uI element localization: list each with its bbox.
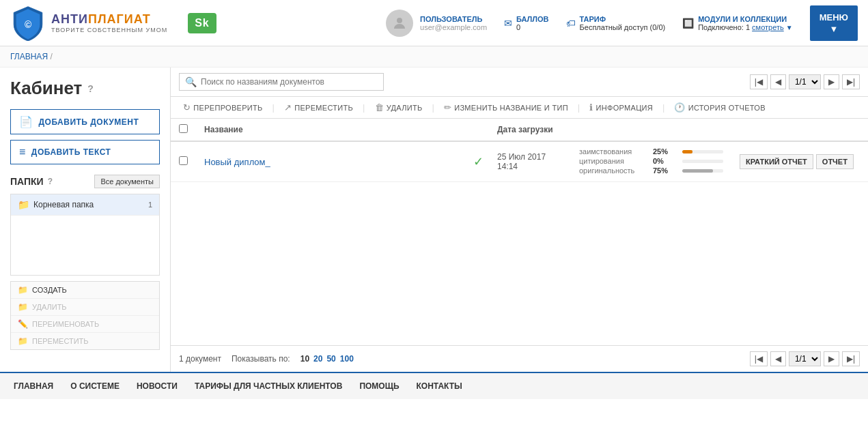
add-document-button[interactable]: 📄 ДОБАВИТЬ ДОКУМЕНТ xyxy=(10,109,160,134)
search-input[interactable] xyxy=(201,77,378,87)
per-page-10[interactable]: 10 xyxy=(300,354,309,364)
folder-name: Корневая папка xyxy=(33,200,144,209)
bottom-bar: 1 документ Показывать по: 10 20 50 100 |… xyxy=(171,345,868,372)
per-page-options: 10 20 50 100 xyxy=(300,354,354,364)
cite-value: 0% xyxy=(653,157,677,165)
bottom-page-prev[interactable]: ◀ xyxy=(770,351,786,366)
modules-label: МОДУЛИ И КОЛЛЕКЦИИ xyxy=(698,15,793,23)
move-icon: ↗ xyxy=(284,102,292,113)
toolbar: 🔍 |◀ ◀ 1/1 ▶ ▶| xyxy=(171,68,868,97)
row-checkbox[interactable] xyxy=(179,156,188,165)
separator4: | xyxy=(578,102,580,113)
header-user-section: ПОЛЬЗОВАТЕЛЬ user@example.com ✉ БАЛЛОВ 0… xyxy=(386,5,858,41)
col-actions-header xyxy=(731,119,868,141)
per-page-20[interactable]: 20 xyxy=(313,354,322,364)
folders-help-icon[interactable]: ? xyxy=(48,177,53,186)
bottom-page-select[interactable]: 1/1 xyxy=(789,351,821,366)
page-prev-button[interactable]: ◀ xyxy=(770,74,786,89)
per-page-100[interactable]: 100 xyxy=(340,354,354,364)
footer-link-home[interactable]: ГЛАВНАЯ xyxy=(14,381,53,391)
page-last-button[interactable]: ▶| xyxy=(842,74,860,89)
modules-section: 🔲 МОДУЛИ И КОЛЛЕКЦИИ Подключено: 1 смотр… xyxy=(682,15,793,31)
folder-action-rename: ✏️ ПЕРЕИМЕНОВАТЬ xyxy=(11,316,159,333)
folder-count: 1 xyxy=(148,201,152,209)
main-container: Кабинет ? 📄 ДОБАВИТЬ ДОКУМЕНТ ≡ ДОБАВИТЬ… xyxy=(0,68,868,372)
short-report-button[interactable]: КРАТКИЙ ОТЧЕТ xyxy=(740,154,813,169)
bottom-page-next[interactable]: ▶ xyxy=(824,351,839,366)
page-first-button[interactable]: |◀ xyxy=(750,74,768,89)
breadcrumb-separator: / xyxy=(50,52,52,61)
sidebar-help-icon[interactable]: ? xyxy=(87,83,94,94)
svg-point-1 xyxy=(397,18,402,23)
orig-stat: оригинальность 75% xyxy=(579,166,723,175)
rename-button[interactable]: ✏ ИЗМЕНИТЬ НАЗВАНИЕ И ТИП xyxy=(440,100,572,115)
delete-folder-icon: 📁 xyxy=(18,302,28,312)
folders-header: ПАПКИ ? Все документы xyxy=(10,175,160,188)
separator5: | xyxy=(662,102,664,113)
logo-text: АНТИПЛАГИАТ ТВОРИТЕ СОБСТВЕННЫМ УМОМ xyxy=(51,12,167,33)
folder-item[interactable]: 📁 Корневая папка 1 xyxy=(11,194,159,216)
folders-section: ПАПКИ ? Все документы 📁 Корневая папка 1… xyxy=(10,175,160,350)
footer-link-contacts[interactable]: КОНТАКТЫ xyxy=(417,381,462,391)
page-next-button[interactable]: ▶ xyxy=(824,74,839,89)
sidebar-title: Кабинет ? xyxy=(10,78,160,99)
cite-bar-container xyxy=(682,160,723,163)
all-docs-button[interactable]: Все документы xyxy=(94,175,160,188)
row-stats-cell: заимствования 25% цитирования 0% xyxy=(571,141,731,182)
add-text-button[interactable]: ≡ ДОБАВИТЬ ТЕКСТ xyxy=(10,140,160,164)
recheck-button[interactable]: ↻ ПЕРЕПРОВЕРИТЬ xyxy=(179,100,267,115)
full-report-button[interactable]: ОТЧЕТ xyxy=(816,154,854,169)
status-ok-icon: ✓ xyxy=(473,155,484,168)
points-section: ✉ БАЛЛОВ 0 xyxy=(504,15,549,31)
row-name-cell: Новый диплом_ xyxy=(196,141,468,182)
cite-label: цитирования xyxy=(579,157,647,165)
page-select[interactable]: 1/1 xyxy=(789,74,821,89)
delete-icon: 🗑 xyxy=(375,102,384,113)
footer-link-news[interactable]: НОВОСТИ xyxy=(137,381,178,391)
borrow-bar-container xyxy=(682,150,723,153)
folder-actions: 📁 СОЗДАТЬ 📁 УДАЛИТЬ ✏️ ПЕРЕИМЕНОВАТЬ 📁 П… xyxy=(10,281,160,350)
footer-link-tariffs[interactable]: ТАРИФЫ ДЛЯ ЧАСТНЫХ КЛИЕНТОВ xyxy=(195,381,342,391)
history-button[interactable]: 🕐 ИСТОРИЯ ОТЧЕТОВ xyxy=(670,100,769,115)
folder-list: 📁 Корневая папка 1 xyxy=(10,194,160,276)
modules-link[interactable]: смотреть xyxy=(752,23,784,31)
move-button[interactable]: ↗ ПЕРЕМЕСТИТЬ xyxy=(280,100,357,115)
content-area: 🔍 |◀ ◀ 1/1 ▶ ▶| ↻ ПЕРЕПРОВЕРИТЬ | ↗ xyxy=(171,68,868,372)
bottom-page-last[interactable]: ▶| xyxy=(842,351,860,366)
avatar xyxy=(386,10,413,37)
separator3: | xyxy=(432,102,434,113)
history-icon: 🕐 xyxy=(674,102,685,113)
doc-name-link[interactable]: Новый диплом_ xyxy=(204,157,270,167)
footer-link-about[interactable]: О СИСТЕМЕ xyxy=(70,381,120,391)
bottom-pagination: |◀ ◀ 1/1 ▶ ▶| xyxy=(750,351,860,366)
tariff-value: Бесплатный доступ (0/0) xyxy=(580,23,666,31)
points-label: БАЛЛОВ xyxy=(516,15,549,23)
add-doc-icon: 📄 xyxy=(19,115,33,128)
orig-bar-fill xyxy=(682,169,713,173)
search-box: 🔍 xyxy=(179,73,384,91)
toolbar-pagination: |◀ ◀ 1/1 ▶ ▶| xyxy=(750,74,860,89)
per-page-50[interactable]: 50 xyxy=(326,354,335,364)
row-status-cell: ✓ xyxy=(468,141,489,182)
points-icon: ✉ xyxy=(504,18,512,29)
logo-title: АНТИПЛАГИАТ xyxy=(51,12,167,27)
table-header-row: Название Дата загрузки xyxy=(171,119,868,141)
menu-button[interactable]: МЕНЮ ▼ xyxy=(810,5,858,41)
header: © АНТИПЛАГИАТ ТВОРИТЕ СОБСТВЕННЫМ УМОМ S… xyxy=(0,0,868,46)
move-folder-icon: 📁 xyxy=(18,336,28,346)
sidebar: Кабинет ? 📄 ДОБАВИТЬ ДОКУМЕНТ ≡ ДОБАВИТЬ… xyxy=(0,68,171,372)
col-status-header xyxy=(468,119,489,141)
show-label: Показывать по: xyxy=(232,354,290,364)
folder-action-create[interactable]: 📁 СОЗДАТЬ xyxy=(11,282,159,299)
col-name-header: Название xyxy=(196,119,468,141)
logo-area: © АНТИПЛАГИАТ ТВОРИТЕ СОБСТВЕННЫМ УМОМ xyxy=(10,5,167,41)
row-checkbox-cell xyxy=(171,141,196,182)
select-all-checkbox[interactable] xyxy=(179,124,188,133)
bottom-page-first[interactable]: |◀ xyxy=(750,351,768,366)
logo-anti: АНТИ xyxy=(51,12,88,26)
delete-button[interactable]: 🗑 УДАЛИТЬ xyxy=(371,100,427,115)
footer: ГЛАВНАЯ О СИСТЕМЕ НОВОСТИ ТАРИФЫ ДЛЯ ЧАС… xyxy=(0,372,868,399)
info-button[interactable]: ℹ ИНФОРМАЦИЯ xyxy=(585,100,657,115)
footer-link-help[interactable]: ПОМОЩЬ xyxy=(359,381,399,391)
breadcrumb-home[interactable]: ГЛАВНАЯ xyxy=(10,52,48,61)
